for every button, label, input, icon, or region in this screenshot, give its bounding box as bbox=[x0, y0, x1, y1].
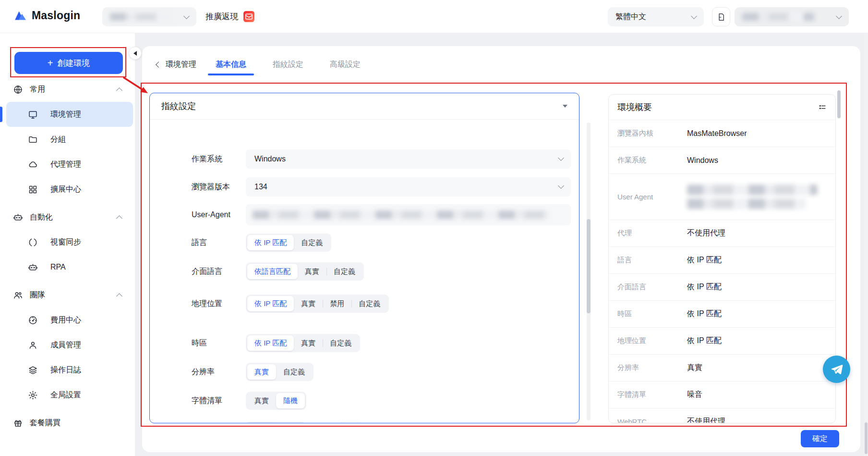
promo-cashback-link[interactable]: 推廣返現 bbox=[205, 11, 255, 23]
os-select[interactable]: Windows bbox=[246, 149, 571, 169]
back-to-environment-management[interactable]: 環境管理 bbox=[157, 60, 196, 70]
back-label: 環境管理 bbox=[166, 60, 196, 70]
sidebar-item-plan-purchase[interactable]: 套餐購買 bbox=[0, 410, 135, 435]
collapse-left-icon bbox=[133, 51, 137, 56]
field-control-timezone: 依 IP 匹配真實自定義 bbox=[246, 334, 571, 352]
summary-row-timezone: 時區依 IP 匹配 bbox=[609, 300, 835, 327]
content-scrollbar-thumb[interactable] bbox=[837, 90, 841, 118]
documentation-button[interactable] bbox=[712, 7, 730, 26]
field-control-geolocation: 依 IP 匹配真實禁用自定義 bbox=[246, 295, 571, 313]
window-scrollbar-thumb[interactable] bbox=[865, 422, 868, 454]
language-selector-dropdown[interactable]: 繁體中文 bbox=[608, 7, 704, 26]
option-language-0[interactable]: 依 IP 匹配 bbox=[247, 235, 294, 250]
gauge-icon bbox=[28, 315, 38, 325]
fingerprint-settings-panel: 指紋設定 作業系統Windows瀏覽器版本134User-Agent語言依 IP… bbox=[149, 93, 579, 423]
sidebar-section-label: 常用 bbox=[30, 85, 45, 95]
sidebar-item-billing-center[interactable]: 費用中心 bbox=[6, 308, 133, 333]
ui-language-segmented-control: 依語言匹配真實自定義 bbox=[246, 262, 364, 281]
option-partial-1[interactable] bbox=[277, 423, 304, 423]
account-dropdown[interactable] bbox=[735, 7, 849, 26]
option-geolocation-2[interactable]: 禁用 bbox=[323, 296, 351, 311]
sidebar-item-env-management[interactable]: 環境管理 bbox=[6, 102, 133, 127]
partial-extra-control[interactable] bbox=[340, 421, 362, 423]
app-title: Maslogin bbox=[32, 9, 80, 22]
sidebar-item-label: 環境管理 bbox=[50, 110, 81, 120]
option-partial-0[interactable] bbox=[247, 423, 277, 423]
form-row-resolution: 分辨率真實自定義 bbox=[150, 363, 579, 381]
field-label-browser-version: 瀏覽器版本 bbox=[192, 182, 246, 192]
sidebar-section-team[interactable]: 團隊 bbox=[0, 283, 135, 308]
panel-scrollbar[interactable] bbox=[587, 123, 591, 420]
option-geolocation-0[interactable]: 依 IP 匹配 bbox=[247, 296, 294, 311]
tab-basic-info[interactable]: 基本信息 bbox=[216, 60, 246, 70]
sidebar-item-groups[interactable]: 分組 bbox=[6, 127, 133, 152]
option-geolocation-3[interactable]: 自定義 bbox=[351, 296, 387, 311]
sidebar-item-proxy-management[interactable]: 代理管理 bbox=[6, 152, 133, 177]
summary-label-resolution: 分辨率 bbox=[617, 363, 687, 372]
field-control-language: 依 IP 匹配自定義 bbox=[246, 234, 571, 252]
option-ui-language-1[interactable]: 真實 bbox=[298, 264, 326, 279]
field-control-ui-language: 依語言匹配真實自定義 bbox=[246, 262, 571, 281]
sidebar-item-label: RPA bbox=[50, 263, 66, 271]
sidebar-item-label: 全局設置 bbox=[50, 390, 81, 400]
sidebar-item-operation-logs[interactable]: 操作日誌 bbox=[6, 357, 133, 382]
summary-panel-title: 環境概要 bbox=[617, 101, 652, 113]
field-control-os: Windows bbox=[246, 149, 571, 169]
user-agent-input[interactable] bbox=[246, 204, 571, 225]
sidebar-item-extension-center[interactable]: 擴展中心 bbox=[6, 177, 133, 202]
summary-value-font-list: 噪音 bbox=[687, 390, 702, 400]
telegram-float-button[interactable] bbox=[823, 356, 850, 383]
option-timezone-2[interactable]: 自定義 bbox=[323, 335, 359, 351]
panel-scrollbar-thumb[interactable] bbox=[587, 219, 591, 313]
option-resolution-0[interactable]: 真實 bbox=[247, 364, 276, 380]
option-timezone-0[interactable]: 依 IP 匹配 bbox=[247, 335, 294, 351]
create-environment-button[interactable]: + 創建環境 bbox=[14, 52, 123, 74]
tab-fingerprint-settings[interactable]: 指紋設定 bbox=[273, 60, 303, 70]
option-font-list-1[interactable]: 隨機 bbox=[276, 393, 305, 408]
window-scrollbar[interactable] bbox=[864, 33, 868, 456]
sidebar-section-common[interactable]: 常用 bbox=[0, 77, 135, 102]
summary-label-ui-language: 介面語言 bbox=[617, 283, 687, 292]
option-geolocation-1[interactable]: 真實 bbox=[294, 296, 323, 311]
option-language-1[interactable]: 自定義 bbox=[294, 235, 330, 250]
option-resolution-1[interactable]: 自定義 bbox=[276, 364, 312, 380]
active-item-accent-bar bbox=[0, 107, 2, 122]
summary-value-resolution: 真實 bbox=[687, 363, 702, 373]
sidebar-item-member-management[interactable]: 成員管理 bbox=[6, 333, 133, 357]
app-logo: Maslogin bbox=[13, 8, 80, 23]
redacted-user-agent bbox=[253, 210, 550, 219]
sidebar-item-label: 視窗同步 bbox=[50, 237, 81, 247]
summary-value-webrtc: 不使用代理 bbox=[687, 417, 725, 423]
sidebar-item-window-sync[interactable]: 視窗同步 bbox=[6, 230, 133, 255]
option-ui-language-2[interactable]: 自定義 bbox=[326, 264, 362, 279]
plus-icon: + bbox=[48, 58, 53, 68]
sync-icon bbox=[28, 237, 38, 247]
fingerprint-panel-header[interactable]: 指紋設定 bbox=[150, 93, 579, 120]
environment-summary-panel: 環境概要 瀏覽器內核MasMateBrowser作業系統WindowsUser … bbox=[608, 94, 836, 423]
sidebar-collapse-button[interactable] bbox=[129, 47, 142, 60]
option-timezone-1[interactable]: 真實 bbox=[294, 335, 323, 351]
sidebar-item-rpa[interactable]: RPA bbox=[6, 255, 133, 280]
confirm-button[interactable]: 確定 bbox=[801, 430, 839, 447]
tab-advanced-settings[interactable]: 高級設定 bbox=[330, 60, 361, 70]
globe-icon bbox=[13, 85, 23, 95]
sidebar-item-global-settings[interactable]: 全局設置 bbox=[6, 382, 133, 407]
summary-list-icon[interactable] bbox=[818, 103, 827, 111]
summary-label-webrtc: WebRTC bbox=[617, 418, 687, 423]
browser-version-select[interactable]: 134 bbox=[246, 177, 571, 197]
collapse-caret-icon bbox=[563, 105, 567, 108]
sidebar-item-label: 費用中心 bbox=[50, 315, 81, 325]
field-label-geolocation: 地理位置 bbox=[192, 299, 246, 309]
promo-label: 推廣返現 bbox=[205, 11, 238, 22]
option-font-list-0[interactable]: 真實 bbox=[247, 393, 276, 408]
sidebar-section-automation[interactable]: 自動化 bbox=[0, 205, 135, 230]
summary-label-browser-kernel: 瀏覽器內核 bbox=[617, 129, 687, 138]
summary-value-browser-kernel: MasMateBrowser bbox=[687, 129, 747, 138]
field-label-ui-language: 介面語言 bbox=[192, 267, 246, 277]
group-selector-dropdown[interactable] bbox=[102, 7, 196, 26]
form-row-browser-version: 瀏覽器版本134 bbox=[150, 177, 579, 197]
create-environment-label: 創建環境 bbox=[57, 58, 90, 69]
summary-value-timezone: 依 IP 匹配 bbox=[687, 309, 722, 319]
summary-label-user-agent: User Agent bbox=[617, 193, 687, 201]
option-ui-language-0[interactable]: 依語言匹配 bbox=[247, 264, 298, 279]
